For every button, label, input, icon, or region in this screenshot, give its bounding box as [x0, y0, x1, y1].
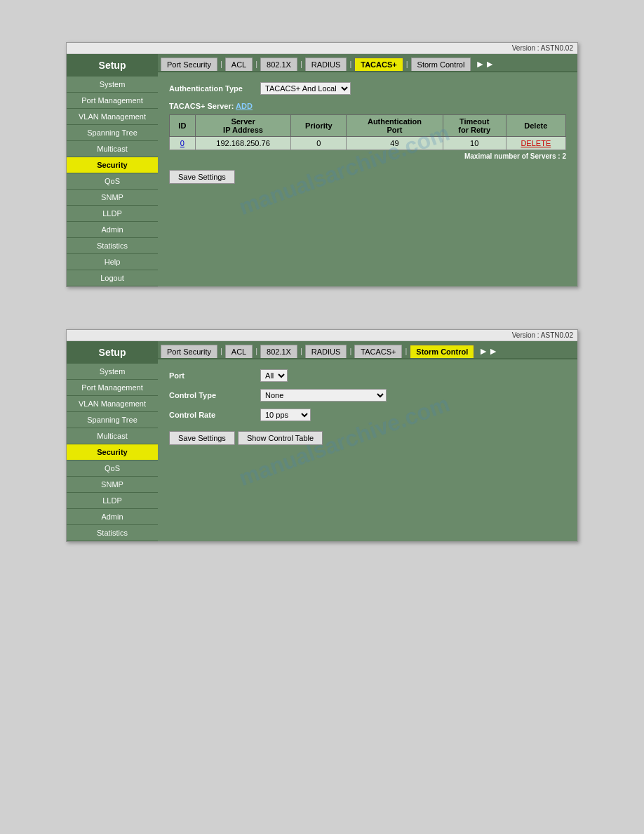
- sidebar-item-security-1[interactable]: Security: [67, 157, 158, 173]
- tab-nav-arrow-2[interactable]: ►►: [476, 344, 501, 358]
- tab-port-security-2[interactable]: Port Security: [161, 345, 217, 358]
- col-ip: ServerIP Address: [195, 115, 291, 137]
- sidebar-title-2: Setup: [67, 341, 158, 364]
- control-rate-row: Control Rate 10 pps 100 pps 1000 pps: [169, 409, 566, 421]
- col-id: ID: [170, 115, 196, 137]
- content-area-2: Port All Control Type None Broadcast Mul…: [158, 359, 577, 541]
- sidebar-item-admin-1[interactable]: Admin: [67, 222, 158, 238]
- panel-body-2: Setup System Port Management VLAN Manage…: [67, 341, 577, 541]
- row-delete[interactable]: DELETE: [506, 137, 565, 150]
- sidebar-item-spanning-2[interactable]: Spanning Tree: [67, 412, 158, 428]
- col-priority: Priority: [291, 115, 347, 137]
- delete-link[interactable]: DELETE: [521, 139, 551, 147]
- panel-body-1: Setup System Port Management VLAN Manage…: [67, 54, 577, 286]
- control-type-label: Control Type: [169, 391, 260, 399]
- port-label: Port: [169, 371, 260, 380]
- tab-acl-2[interactable]: ACL: [225, 345, 253, 358]
- sidebar-item-multicast-1[interactable]: Multicast: [67, 141, 158, 157]
- tab-bar-1: Port Security | ACL | 802.1X | RADIUS | …: [158, 54, 577, 72]
- auth-type-row: Authentication Type TACACS+ And Local TA…: [169, 82, 566, 95]
- sidebar-item-portmgmt-1[interactable]: Port Management: [67, 93, 158, 109]
- row-id-link[interactable]: 0: [180, 139, 185, 147]
- sidebar-item-system-2[interactable]: System: [67, 364, 158, 380]
- server-section: TACACS+ Server: ADD ID ServerIP Address …: [169, 102, 566, 160]
- tab-sep-1b: |: [254, 60, 259, 68]
- sidebar-item-stats-2[interactable]: Statistics: [67, 525, 158, 541]
- panel-1: Version : ASTN0.02 Setup System Port Man…: [66, 42, 578, 287]
- sidebar-item-stats-1[interactable]: Statistics: [67, 238, 158, 254]
- tacacs-server-table: ID ServerIP Address Priority Authenticat…: [169, 114, 566, 150]
- control-rate-label: Control Rate: [169, 411, 260, 419]
- port-row: Port All: [169, 369, 566, 382]
- version-text-1: Version : ASTN0.02: [512, 44, 573, 52]
- tab-sep-1a: |: [219, 60, 224, 68]
- content-area-1: Authentication Type TACACS+ And Local TA…: [158, 72, 577, 286]
- row-priority: 0: [291, 137, 347, 150]
- sidebar-item-vlan-2[interactable]: VLAN Management: [67, 396, 158, 412]
- tab-sep-1e: |: [405, 60, 410, 68]
- version-bar-2: Version : ASTN0.02: [67, 330, 577, 341]
- version-bar-1: Version : ASTN0.02: [67, 43, 577, 54]
- sidebar-item-snmp-1[interactable]: SNMP: [67, 190, 158, 206]
- sidebar-item-qos-1[interactable]: QoS: [67, 173, 158, 190]
- tab-sep-2a: |: [219, 347, 224, 355]
- control-rate-select[interactable]: 10 pps 100 pps 1000 pps: [260, 409, 311, 421]
- tab-nav-arrow-1[interactable]: ►►: [472, 57, 497, 71]
- sidebar-item-logout-1[interactable]: Logout: [67, 270, 158, 286]
- tab-port-security-1[interactable]: Port Security: [161, 58, 217, 71]
- tab-sep-2c: |: [299, 347, 304, 355]
- sidebar-item-lldp-2[interactable]: LLDP: [67, 493, 158, 509]
- page-wrapper: Version : ASTN0.02 Setup System Port Man…: [0, 0, 644, 584]
- save-settings-button-2[interactable]: Save Settings: [169, 431, 235, 445]
- tab-radius-1[interactable]: RADIUS: [305, 58, 347, 71]
- sidebar-item-portmgmt-2[interactable]: Port Management: [67, 380, 158, 396]
- tab-acl-1[interactable]: ACL: [225, 58, 253, 71]
- tab-tacacs-1[interactable]: TACACS+: [354, 58, 403, 71]
- control-type-select[interactable]: None Broadcast Multicast Unknown Unicast: [260, 389, 387, 402]
- row-timeout: 10: [443, 137, 506, 150]
- buttons-row-1: Save Settings: [169, 170, 566, 184]
- show-control-table-button[interactable]: Show Control Table: [238, 431, 323, 445]
- sidebar-item-help-1[interactable]: Help: [67, 254, 158, 270]
- sidebar-item-security-2[interactable]: Security: [67, 444, 158, 461]
- auth-type-select[interactable]: TACACS+ And Local TACACS+ Only Local: [260, 82, 351, 95]
- sidebar-item-multicast-2[interactable]: Multicast: [67, 428, 158, 444]
- auth-type-label: Authentication Type: [169, 84, 260, 93]
- tab-sep-2e: |: [403, 347, 408, 355]
- tab-tacacs-2[interactable]: TACACS+: [354, 345, 402, 358]
- add-link[interactable]: ADD: [236, 102, 253, 110]
- tab-radius-2[interactable]: RADIUS: [305, 345, 347, 358]
- tab-8021x-1[interactable]: 802.1X: [260, 58, 297, 71]
- sidebar-item-admin-2[interactable]: Admin: [67, 509, 158, 525]
- buttons-row-2: Save Settings Show Control Table: [169, 431, 566, 445]
- tab-storm-2[interactable]: Storm Control: [410, 345, 474, 358]
- tab-sep-2b: |: [254, 347, 259, 355]
- maximal-note: Maximal number of Servers : 2: [169, 152, 566, 160]
- port-select[interactable]: All: [260, 369, 288, 382]
- sidebar-item-lldp-1[interactable]: LLDP: [67, 206, 158, 222]
- tab-8021x-2[interactable]: 802.1X: [260, 345, 297, 358]
- sidebar-1: Setup System Port Management VLAN Manage…: [67, 54, 158, 286]
- sidebar-item-qos-2[interactable]: QoS: [67, 461, 158, 477]
- panel-2: Version : ASTN0.02 Setup System Port Man…: [66, 329, 578, 542]
- save-settings-button-1[interactable]: Save Settings: [169, 170, 235, 184]
- tab-storm-1[interactable]: Storm Control: [411, 58, 471, 71]
- sidebar-item-system-1[interactable]: System: [67, 77, 158, 93]
- col-auth-port: AuthenticationPort: [347, 115, 443, 137]
- col-delete: Delete: [506, 115, 565, 137]
- tab-sep-1d: |: [348, 60, 353, 68]
- tab-sep-1c: |: [299, 60, 304, 68]
- sidebar-item-vlan-1[interactable]: VLAN Management: [67, 109, 158, 125]
- sidebar-title-1: Setup: [67, 54, 158, 77]
- sidebar-item-spanning-1[interactable]: Spanning Tree: [67, 125, 158, 141]
- row-auth-port: 49: [347, 137, 443, 150]
- tab-bar-2: Port Security | ACL | 802.1X | RADIUS | …: [158, 341, 577, 359]
- row-ip: 192.168.250.76: [195, 137, 291, 150]
- server-label-text: TACACS+ Server:: [169, 102, 234, 110]
- row-id: 0: [170, 137, 196, 150]
- sidebar-item-snmp-2[interactable]: SNMP: [67, 477, 158, 493]
- tab-sep-2d: |: [348, 347, 353, 355]
- col-timeout: Timeoutfor Retry: [443, 115, 506, 137]
- sidebar-2: Setup System Port Management VLAN Manage…: [67, 341, 158, 541]
- main-content-1: Port Security | ACL | 802.1X | RADIUS | …: [158, 54, 577, 286]
